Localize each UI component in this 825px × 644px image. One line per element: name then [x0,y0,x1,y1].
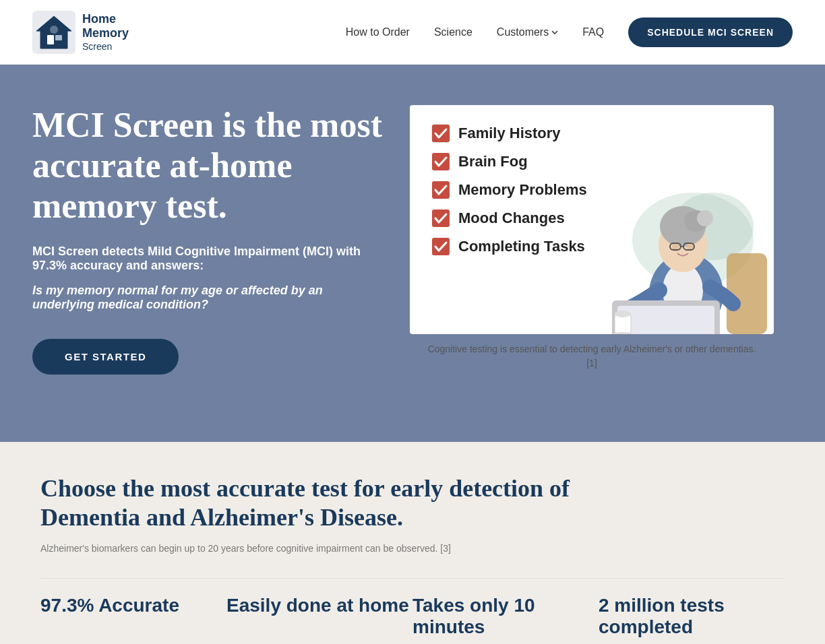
bottom-subtitle: Alzheimer's biomarkers can begin up to 2… [40,543,785,554]
logo-line3: Screen [82,41,129,53]
checklist-label-4: Completing Tasks [458,238,585,255]
check-icon-3 [431,209,450,228]
hero-caption: Cognitive testing is essential to detect… [423,342,760,371]
stat-tests-value: 2 million tests completed [599,595,725,637]
svg-point-19 [697,210,713,226]
hero-left: MCI Screen is the most accurate at-home … [32,105,383,375]
logo-line1: Home [82,12,129,27]
check-icon-4 [431,237,450,256]
hero-right: Family History Brain Fog Memory Problems [410,105,774,371]
stat-time-value: Takes only 10 minutes [413,595,535,637]
nav-faq[interactable]: FAQ [582,26,604,38]
stat-accuracy-value: 97.3% Accurate [40,595,179,616]
checklist-label-1: Brain Fog [458,153,528,170]
stat-home: Easily done at home [226,595,413,638]
schedule-cta-button[interactable]: SCHEDULE MCI SCREEN [628,18,793,47]
hero-title: MCI Screen is the most accurate at-home … [32,105,383,226]
checklist-label-3: Mood Changes [458,210,565,227]
stat-home-value: Easily done at home [226,595,409,616]
stat-accuracy: 97.3% Accurate [40,595,226,638]
svg-rect-2 [47,35,54,44]
stat-time: Takes only 10 minutes [413,595,599,638]
nav-links: How to Order Science Customers FAQ SCHED… [346,18,793,47]
bottom-section: Choose the most accurate test for early … [0,442,825,644]
chevron-down-icon [551,30,558,34]
svg-point-28 [615,311,631,317]
nav-science[interactable]: Science [434,26,472,38]
hero-question: Is my memory normal for my age or affect… [32,284,383,312]
checklist-label-0: Family History [458,125,561,142]
hero-subtitle: MCI Screen detects Mild Cognitive Impair… [32,245,383,273]
svg-point-4 [50,26,58,34]
logo-icon [32,11,75,54]
checklist-label-2: Memory Problems [458,181,587,199]
logo-line2: Memory [82,26,129,41]
check-icon-2 [431,181,450,199]
bottom-title: Choose the most accurate test for early … [40,474,647,532]
stat-tests: 2 million tests completed [599,595,785,638]
hero-section: MCI Screen is the most accurate at-home … [0,65,825,442]
svg-rect-3 [55,35,62,40]
svg-rect-26 [617,306,714,334]
nav-customers-dropdown[interactable]: Customers [497,26,558,38]
checklist-item-1: Brain Fog [431,152,752,171]
hero-card: Family History Brain Fog Memory Problems [410,105,774,334]
check-icon-1 [431,152,450,171]
get-started-button[interactable]: GET STARTED [32,339,179,375]
elderly-woman-illustration [605,186,774,334]
navbar: Home Memory Screen How to Order Science … [0,0,825,65]
nav-customers-label: Customers [497,26,549,38]
stats-row: 97.3% Accurate Easily done at home Takes… [40,578,785,644]
nav-how-to-order[interactable]: How to Order [346,26,410,38]
logo-link[interactable]: Home Memory Screen [32,11,129,54]
check-icon-0 [431,124,450,143]
checklist-item-0: Family History [431,124,752,143]
